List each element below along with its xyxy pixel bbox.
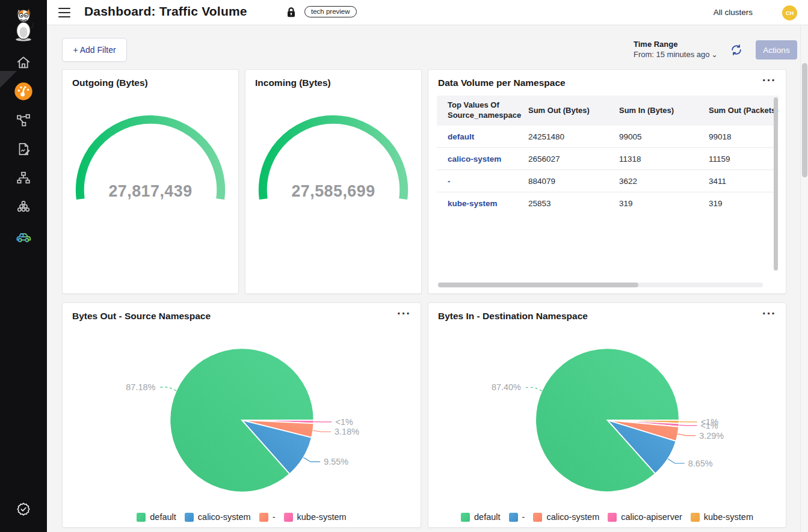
pie-percentage-label: 3.18% <box>335 427 359 436</box>
legend-swatch <box>691 513 700 522</box>
card-title: Bytes In - Destination Namespace <box>438 311 588 322</box>
bytes-in-pie-chart: <1%<1%3.29%8.65%87.40% <box>428 325 786 494</box>
table-row: -88407936223411 <box>437 170 779 192</box>
legend-label: default <box>150 512 176 522</box>
column-header: Top Values Of Source_namespace <box>437 100 528 121</box>
value-cell: 319 <box>619 199 709 208</box>
home-icon <box>16 55 31 73</box>
legend-item-calico-system[interactable]: calico-system <box>185 512 251 522</box>
table-header-row: Top Values Of Source_namespaceSum Out (B… <box>437 96 779 126</box>
legend-swatch <box>137 513 146 522</box>
value-cell: 24251480 <box>528 132 619 141</box>
legend-label: calico-system <box>546 512 599 522</box>
table-horizontal-scrollbar-track <box>438 283 763 287</box>
bytes-out-pie-chart: <1%3.18%9.55%87.18% <box>63 325 421 494</box>
value-cell: 11318 <box>619 154 709 164</box>
legend-item-calico-system[interactable]: calico-system <box>533 512 599 522</box>
chevron-down-icon: ⌄ <box>711 50 717 59</box>
outgoing-bytes-card: Outgoing (Bytes) 27,817,439 <box>62 69 239 294</box>
pie-legend: defaultcalico-system-kube-system <box>63 512 421 522</box>
more-menu-icon[interactable]: ··· <box>397 307 411 320</box>
legend-label: - <box>273 512 276 522</box>
legend-label: kube-system <box>297 512 347 522</box>
namespace-link[interactable]: - <box>437 177 528 186</box>
service-graph-icon <box>16 112 31 130</box>
pie-percentage-label: 87.40% <box>492 382 521 392</box>
sidebar-item-network-topology[interactable] <box>9 165 38 194</box>
table-vertical-scrollbar[interactable] <box>774 97 778 271</box>
legend-item-default[interactable]: default <box>461 512 501 522</box>
sidebar-item-compliance[interactable] <box>9 496 38 525</box>
pie-label-line <box>159 387 176 391</box>
pie-label-line <box>303 457 320 462</box>
data-volume-table-card: Data Volume per Namespace ··· Top Values… <box>428 69 786 294</box>
sidebar-fold-decoration <box>0 71 17 88</box>
incoming-gauge-chart: 27,585,699 <box>245 70 421 293</box>
sidebar-item-flow-logs[interactable] <box>9 136 38 165</box>
table-row: kube-system25853319319 <box>437 192 779 215</box>
add-filter-button[interactable]: + Add Filter <box>62 38 127 62</box>
namespace-link[interactable]: calico-system <box>437 154 528 164</box>
page-scrollbar[interactable] <box>802 63 807 177</box>
cluster-selector[interactable]: All clusters <box>714 8 753 17</box>
sidebar-item-service-graph[interactable] <box>9 107 38 136</box>
value-cell: 25853 <box>528 199 619 208</box>
pie-legend: default-calico-systemcalico-apiserverkub… <box>428 512 786 522</box>
legend-swatch <box>608 513 617 522</box>
pie-percentage-label: <1% <box>700 421 718 430</box>
legend-item-kube-system[interactable]: kube-system <box>284 512 347 522</box>
pie-percentage-label: 8.65% <box>688 459 713 468</box>
bytes-out-pie-card: Bytes Out - Source Namespace ··· <1%3.18… <box>62 302 421 528</box>
topbar: Dashboard: Traffic Volume tech preview A… <box>47 0 808 25</box>
page-title: Dashboard: Traffic Volume <box>84 4 247 19</box>
legend-item-calico-apiserver[interactable]: calico-apiserver <box>608 512 682 522</box>
table-row: default242514809900599018 <box>437 126 779 148</box>
table-horizontal-scrollbar[interactable] <box>438 283 638 287</box>
namespace-table: Top Values Of Source_namespaceSum Out (B… <box>437 96 779 274</box>
sidebar-item-clusters[interactable] <box>9 194 38 222</box>
time-range-title: Time Range <box>634 40 718 49</box>
pie-percentage-label: 87.18% <box>126 382 155 392</box>
hamburger-menu-icon[interactable] <box>58 8 70 17</box>
value-cell: 99005 <box>619 132 709 141</box>
network-topology-icon <box>16 170 31 188</box>
namespace-link[interactable]: kube-system <box>437 199 528 208</box>
more-menu-icon[interactable]: ··· <box>762 307 776 320</box>
value-cell: 2656027 <box>528 154 619 164</box>
card-title: Bytes Out - Source Namespace <box>72 311 211 322</box>
pie-label-line <box>668 459 685 463</box>
column-header: Sum Out (Bytes) <box>528 106 619 116</box>
time-range: Time Range From: 15 minutes ago⌄ <box>634 40 718 59</box>
sidebar <box>0 0 47 532</box>
legend-item--[interactable]: - <box>509 512 525 522</box>
refresh-button[interactable] <box>730 43 743 57</box>
dashboard-page: Dashboard: Traffic Volume tech preview A… <box>0 0 808 532</box>
column-header: Sum Out (Packets) <box>709 106 779 116</box>
legend-swatch <box>284 513 293 522</box>
pie-percentage-label: 3.29% <box>699 431 724 441</box>
legend-swatch <box>259 513 268 522</box>
table-row: calico-system26560271131811159 <box>437 148 779 170</box>
actions-button[interactable]: Actions <box>756 40 797 60</box>
user-avatar[interactable]: CH <box>782 5 797 20</box>
gauge-value: 27,817,439 <box>108 182 192 200</box>
legend-label: - <box>522 512 525 522</box>
legend-item-kube-system[interactable]: kube-system <box>691 512 753 522</box>
legend-item--[interactable]: - <box>259 512 276 522</box>
outgoing-gauge-chart: 27,817,439 <box>63 70 238 293</box>
legend-swatch <box>533 513 542 522</box>
value-cell: 3411 <box>709 177 779 186</box>
value-cell: 884079 <box>528 177 619 186</box>
car-icon <box>15 227 32 246</box>
namespace-link[interactable]: default <box>437 132 528 141</box>
pie-label-line <box>678 434 696 436</box>
tech-preview-badge: tech preview <box>304 6 357 17</box>
legend-swatch <box>185 513 194 522</box>
value-cell: 3622 <box>619 177 709 186</box>
pie-label-line <box>313 430 331 432</box>
sidebar-item-image-assurance[interactable] <box>9 222 38 251</box>
legend-swatch <box>461 513 470 522</box>
legend-item-default[interactable]: default <box>137 512 176 522</box>
more-menu-icon[interactable]: ··· <box>762 73 776 87</box>
time-range-value[interactable]: From: 15 minutes ago⌄ <box>634 50 718 59</box>
